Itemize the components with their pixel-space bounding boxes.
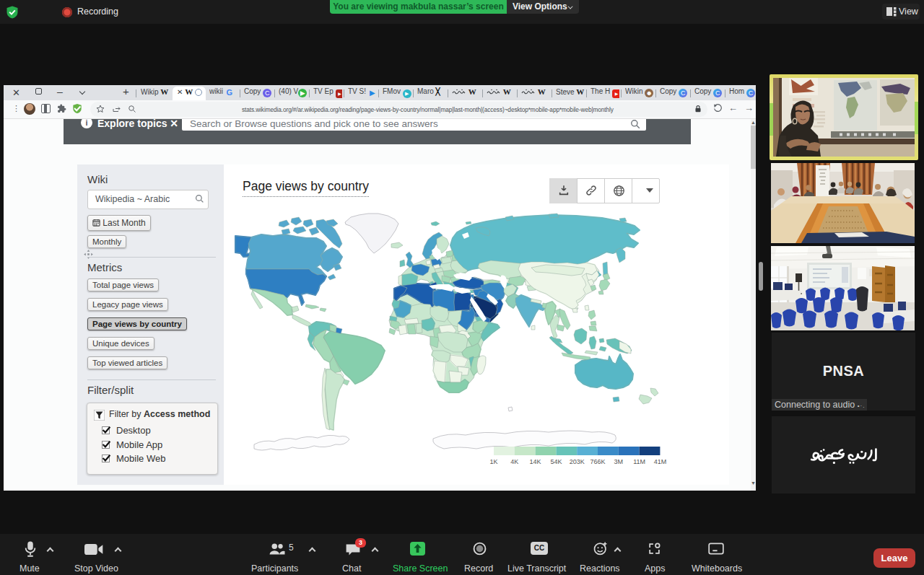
svg-text:4K: 4K [510, 458, 518, 465]
svg-text:41M: 41M [654, 458, 667, 465]
svg-text:3M: 3M [614, 458, 624, 465]
svg-text:14K: 14K [530, 458, 541, 465]
svg-text:766K: 766K [590, 458, 605, 465]
svg-text:203K: 203K [570, 458, 585, 465]
svg-text:1K: 1K [489, 458, 497, 465]
svg-text:54K: 54K [550, 458, 562, 465]
svg-text:11M: 11M [633, 458, 645, 465]
